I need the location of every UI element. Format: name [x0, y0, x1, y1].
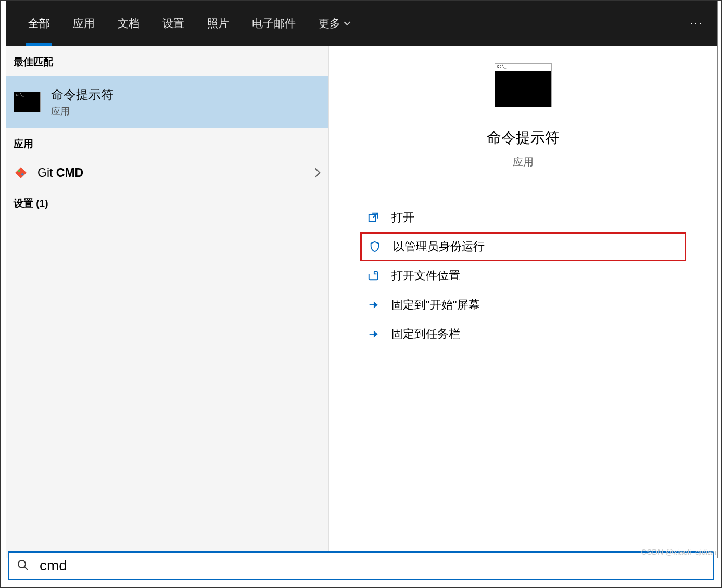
- action-pin-to-taskbar-label: 固定到任务栏: [391, 326, 460, 342]
- tab-settings[interactable]: 设置: [151, 1, 196, 46]
- result-cmd[interactable]: 命令提示符 应用: [6, 76, 328, 128]
- action-open[interactable]: 打开: [360, 203, 686, 232]
- tab-documents[interactable]: 文档: [106, 1, 151, 46]
- section-best-match: 最佳匹配: [6, 46, 328, 76]
- svg-point-3: [18, 560, 26, 568]
- result-git-cmd[interactable]: Git CMD: [6, 158, 328, 187]
- section-settings: 设置 (1): [6, 187, 328, 218]
- preview-cmd-icon: [495, 63, 552, 107]
- preview-subtitle: 应用: [513, 155, 534, 169]
- pin-taskbar-icon: [366, 327, 380, 341]
- preview-actions: 打开 以管理员身份运行 打开文件位置: [329, 190, 717, 361]
- folder-icon: [366, 269, 380, 283]
- action-pin-to-taskbar[interactable]: 固定到任务栏: [360, 319, 686, 349]
- watermark: CSDN @xiaoli_qidian: [641, 547, 716, 556]
- app-frame: 全部 应用 文档 设置 照片 电子邮件 更多 ··· 最佳匹配 命令提示符: [0, 0, 722, 588]
- chevron-right-icon: [314, 168, 321, 178]
- svg-point-0: [18, 170, 20, 172]
- filter-tabs: 全部 应用 文档 设置 照片 电子邮件 更多 ···: [6, 1, 717, 46]
- action-open-file-location-label: 打开文件位置: [391, 268, 460, 284]
- search-bar[interactable]: [8, 551, 714, 580]
- section-apps: 应用: [6, 128, 328, 158]
- shield-icon: [368, 240, 382, 253]
- action-open-label: 打开: [391, 210, 414, 225]
- tab-photos[interactable]: 照片: [196, 1, 240, 46]
- action-pin-to-start-label: 固定到"开始"屏幕: [391, 297, 480, 313]
- action-pin-to-start[interactable]: 固定到"开始"屏幕: [360, 290, 686, 319]
- chevron-down-icon: [344, 20, 351, 27]
- tab-apps[interactable]: 应用: [61, 1, 106, 46]
- git-icon: [14, 165, 28, 180]
- action-open-file-location[interactable]: 打开文件位置: [360, 261, 686, 290]
- tab-more-label: 更多: [319, 16, 340, 31]
- overflow-menu-icon[interactable]: ···: [690, 17, 703, 30]
- preview-pane: 命令提示符 应用 打开 以管理员身份运行: [329, 46, 717, 558]
- search-panel: 全部 应用 文档 设置 照片 电子邮件 更多 ··· 最佳匹配 命令提示符: [6, 1, 718, 558]
- results-body: 最佳匹配 命令提示符 应用 应用 Git CMD: [6, 46, 717, 558]
- search-input[interactable]: [40, 557, 705, 574]
- result-subtitle: 应用: [51, 105, 113, 118]
- tab-all[interactable]: 全部: [17, 1, 61, 46]
- preview-title: 命令提示符: [487, 128, 560, 148]
- tab-more[interactable]: 更多: [307, 1, 362, 46]
- svg-point-1: [21, 173, 23, 175]
- results-list: 最佳匹配 命令提示符 应用 应用 Git CMD: [6, 46, 329, 558]
- svg-line-4: [24, 567, 28, 570]
- action-run-as-admin[interactable]: 以管理员身份运行: [360, 232, 686, 261]
- cmd-icon: [14, 92, 41, 112]
- action-run-as-admin-label: 以管理员身份运行: [393, 239, 485, 254]
- pin-icon: [366, 298, 380, 312]
- search-icon: [17, 559, 30, 572]
- result-text: 命令提示符 应用: [51, 86, 113, 118]
- tab-email[interactable]: 电子邮件: [240, 1, 307, 46]
- open-icon: [366, 211, 380, 224]
- result-title: 命令提示符: [51, 86, 113, 103]
- git-cmd-label: Git CMD: [37, 166, 83, 180]
